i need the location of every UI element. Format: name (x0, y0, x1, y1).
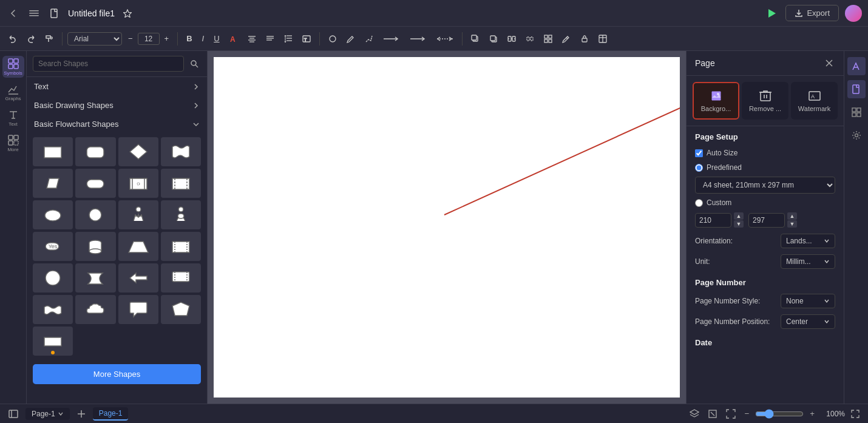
sidebar-item-more[interactable]: More (2, 132, 24, 154)
shape-diamond[interactable] (118, 137, 158, 166)
play-button[interactable] (764, 5, 779, 21)
right-edge-grid[interactable] (847, 103, 866, 121)
font-size-decrease[interactable]: − (124, 32, 137, 46)
layers-button[interactable] (687, 407, 702, 421)
fit-page-button[interactable] (705, 407, 720, 421)
zoom-out-button[interactable]: − (742, 407, 751, 421)
shape-pentagon[interactable] (161, 295, 201, 324)
shape-person[interactable] (118, 200, 158, 229)
right-edge-paint[interactable] (847, 57, 866, 75)
user-avatar[interactable] (845, 5, 862, 22)
watermark-action-button[interactable]: A Watermark (791, 82, 838, 120)
paragraph-button[interactable] (262, 32, 278, 46)
close-panel-button[interactable] (823, 57, 835, 69)
table-button[interactable] (595, 32, 611, 46)
width-input[interactable] (695, 213, 731, 228)
shape-parallelogram[interactable] (33, 169, 73, 198)
shape-wave-rect[interactable] (161, 137, 201, 166)
shape-circle[interactable] (75, 200, 115, 229)
page-number-position-select[interactable]: Center (781, 314, 835, 329)
sidebar-toggle[interactable] (6, 407, 21, 421)
connector-button[interactable] (361, 32, 377, 46)
expand-button[interactable] (849, 407, 862, 421)
border-style-button[interactable] (433, 32, 457, 46)
export-button[interactable]: Export (785, 5, 839, 21)
right-edge-page[interactable] (847, 80, 866, 98)
font-size-increase[interactable]: + (161, 32, 173, 46)
shape-arrow-left[interactable] (118, 263, 158, 293)
duplicate-button[interactable] (486, 32, 501, 46)
shape-rounded-rect[interactable] (75, 137, 115, 166)
page-number-style-select[interactable]: None (781, 294, 835, 308)
search-button[interactable] (188, 57, 201, 70)
shape-ellipse[interactable] (33, 200, 73, 229)
shape-extra1[interactable] (33, 327, 73, 356)
back-button[interactable] (6, 6, 21, 21)
orientation-select[interactable]: Lands... (781, 234, 835, 248)
italic-button[interactable]: I (198, 32, 208, 46)
remove-action-button[interactable]: Remove ... (742, 82, 788, 120)
undo-button[interactable] (5, 32, 21, 46)
font-color-button[interactable]: A (226, 32, 242, 46)
font-family-select[interactable]: Arial Times New Roman Courier New (67, 32, 122, 46)
arrow-style-button[interactable] (406, 32, 430, 46)
bold-button[interactable]: B (183, 32, 195, 46)
auto-size-checkbox[interactable] (695, 149, 703, 157)
line-spacing-button[interactable] (280, 32, 296, 46)
page-tab-active[interactable]: Page-1 (93, 407, 129, 421)
shape-decision[interactable]: Yes (33, 232, 73, 261)
add-page-button[interactable] (75, 407, 88, 421)
height-increase[interactable]: ▲ (787, 212, 797, 220)
zoom-slider[interactable] (755, 409, 804, 419)
shape-double-frame[interactable] (161, 169, 201, 198)
unit-select[interactable]: Millim... (781, 254, 835, 269)
font-size-input[interactable]: 12 (138, 33, 160, 45)
shape-stadium[interactable] (75, 169, 115, 198)
height-decrease[interactable]: ▼ (787, 220, 797, 228)
shape-rectangle[interactable] (33, 137, 73, 166)
predefined-radio[interactable] (695, 164, 703, 172)
format-paint-button[interactable] (41, 32, 57, 46)
sidebar-item-symbols[interactable]: Symbols (2, 56, 24, 78)
custom-radio[interactable] (695, 199, 703, 207)
shape-circle2[interactable] (33, 263, 73, 293)
group-button[interactable] (504, 32, 520, 46)
section-header-text[interactable]: Text (27, 77, 207, 96)
shape-speech-bubble[interactable] (118, 295, 158, 324)
shape-fill-button[interactable] (325, 32, 341, 46)
copy-style-button[interactable] (467, 32, 483, 46)
underline-button[interactable]: U (210, 32, 223, 46)
sidebar-item-graphs[interactable]: Graphs (2, 81, 24, 103)
shape-callout[interactable] (161, 263, 201, 293)
shape-invtrapezoid[interactable] (161, 232, 201, 261)
line-style-button[interactable] (379, 32, 404, 46)
lock-button[interactable] (577, 32, 592, 46)
edit-button[interactable] (558, 32, 574, 46)
canvas[interactable] (214, 57, 680, 398)
menu-button[interactable] (27, 6, 41, 21)
fullscreen-button[interactable] (724, 407, 738, 421)
shape-cloud[interactable] (75, 295, 115, 324)
canvas-area[interactable] (208, 51, 686, 404)
shape-trapezoid[interactable] (118, 232, 158, 261)
arrange-button[interactable] (540, 32, 556, 46)
width-increase[interactable]: ▲ (734, 212, 744, 220)
height-input[interactable] (748, 213, 785, 228)
shape-hourglass[interactable] (75, 263, 115, 293)
sidebar-item-text[interactable]: Text (2, 107, 24, 129)
zoom-in-button[interactable]: + (807, 407, 817, 421)
shape-person2[interactable] (161, 200, 201, 229)
ungroup-button[interactable] (522, 32, 538, 46)
text-align-button[interactable] (244, 32, 260, 46)
pencil-button[interactable] (343, 32, 359, 46)
page-dropdown-icon[interactable] (58, 411, 64, 417)
page-tab-item[interactable]: Page-1 (25, 408, 70, 420)
star-button[interactable] (121, 7, 134, 20)
width-decrease[interactable]: ▼ (734, 220, 744, 228)
search-input[interactable] (33, 56, 184, 72)
section-header-basic-drawing[interactable]: Basic Drawing Shapes (27, 96, 207, 115)
background-action-button[interactable]: Backgro... (693, 82, 739, 120)
redo-button[interactable] (23, 32, 39, 46)
text-style-button[interactable]: T (299, 32, 314, 46)
shape-cylinder[interactable] (75, 232, 115, 261)
